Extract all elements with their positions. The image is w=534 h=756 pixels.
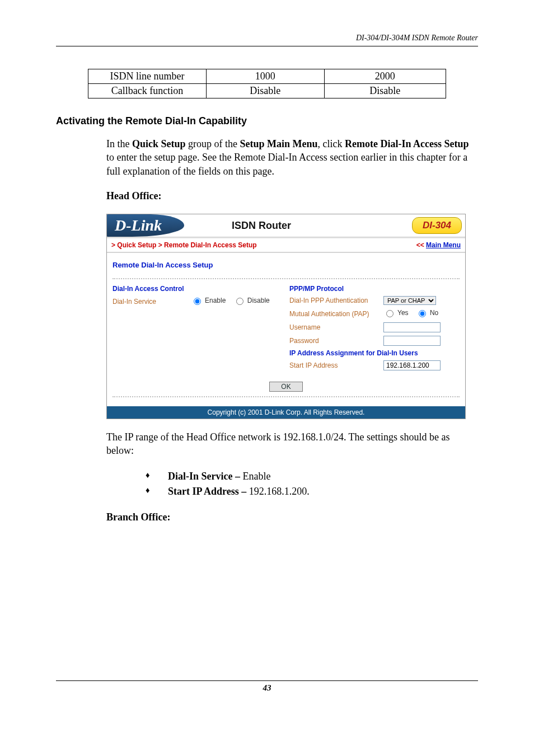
- page-footer: 43: [56, 680, 478, 693]
- radio-input[interactable]: [236, 298, 243, 305]
- model-badge: DI-304: [412, 217, 462, 234]
- radio-input[interactable]: [194, 298, 201, 305]
- radio-enable[interactable]: Enable: [191, 296, 226, 305]
- left-subtitle: Dial-In Access Control: [113, 285, 283, 293]
- table-row: ISDN line number 1000 2000: [88, 69, 446, 84]
- table-cell: ISDN line number: [88, 69, 207, 84]
- isdn-table: ISDN line number 1000 2000 Callback func…: [88, 69, 446, 98]
- text: , click: [318, 138, 345, 149]
- ok-button[interactable]: OK: [269, 382, 302, 392]
- auth-select[interactable]: PAP or CHAP: [383, 296, 436, 305]
- list-item: Dial-In Service – Enable: [146, 469, 472, 484]
- radio-input[interactable]: [419, 310, 426, 317]
- radio-input[interactable]: [386, 310, 394, 317]
- text-bold: Quick Setup: [132, 138, 186, 149]
- password-label: Password: [289, 337, 383, 345]
- username-field[interactable]: [383, 322, 441, 332]
- table-cell: 2000: [324, 69, 446, 84]
- divider: [113, 396, 460, 397]
- col-right: PPP/MP Protocol Dial-In PPP Authenticati…: [289, 285, 460, 374]
- text: group of the: [186, 138, 240, 149]
- footer-rule: [56, 680, 478, 681]
- page-number: 43: [56, 683, 478, 693]
- ip-title: IP Address Assignment for Dial-In Users: [289, 349, 460, 357]
- table-cell: Disable: [206, 84, 324, 98]
- table-cell: Disable: [324, 84, 446, 98]
- crumb-sep: >: [111, 241, 115, 249]
- main-menu-link[interactable]: Main Menu: [426, 241, 461, 249]
- router-title: ISDN Router: [204, 220, 412, 232]
- col-left: Dial-In Access Control Dial-In Service E…: [113, 285, 283, 374]
- radio-yes[interactable]: Yes: [383, 308, 409, 317]
- crumb-item: Quick Setup: [117, 241, 156, 249]
- text-bold: Remote Dial-In Access Setup: [345, 138, 469, 149]
- table-row: Callback function Disable Disable: [88, 84, 446, 98]
- page-header: DI-304/DI-304M ISDN Remote Router: [56, 34, 478, 43]
- router-footer: Copyright (c) 2001 D-Link Corp. All Righ…: [107, 406, 465, 419]
- text: In the: [106, 138, 132, 149]
- radio-label: No: [430, 309, 438, 317]
- radio-no[interactable]: No: [416, 308, 438, 317]
- router-section-title: Remote Dial-In Access Setup: [113, 261, 460, 269]
- start-ip-field[interactable]: [383, 360, 441, 370]
- router-ui: D-Link ISDN Router DI-304 > Quick Setup …: [106, 214, 466, 419]
- menu-arrow: <<: [416, 241, 424, 249]
- divider: [113, 278, 460, 279]
- intro-paragraph: In the Quick Setup group of the Setup Ma…: [106, 137, 472, 178]
- list-item: Start IP Address – 192.168.1.200.: [146, 484, 472, 499]
- section-heading: Activating the Remote Dial-In Capability: [56, 115, 478, 127]
- username-label: Username: [289, 323, 383, 331]
- breadcrumb: > Quick Setup > Remote Dial-In Access Se…: [107, 237, 465, 253]
- start-ip-label: Start IP Address: [289, 361, 383, 369]
- router-header: D-Link ISDN Router DI-304: [107, 214, 465, 237]
- text: 192.168.1.200.: [249, 486, 310, 497]
- logo-text: D-Link: [107, 214, 184, 237]
- header-rule: [56, 46, 478, 46]
- crumb-item: Remote Dial-In Access Setup: [164, 241, 257, 249]
- branch-office-label: Branch Office:: [106, 510, 472, 524]
- table-cell: 1000: [206, 69, 324, 84]
- text-bold: Setup Main Menu: [240, 138, 318, 149]
- text-bold: Dial-In Service –: [168, 471, 242, 482]
- text-bold: Start IP Address –: [168, 486, 249, 497]
- radio-label: Yes: [397, 309, 409, 317]
- head-office-label: Head Office:: [106, 189, 472, 203]
- text: to enter the setup page. See the Remote …: [106, 152, 467, 176]
- password-field[interactable]: [383, 336, 441, 346]
- right-subtitle: PPP/MP Protocol: [289, 285, 460, 293]
- document-page: DI-304/DI-304M ISDN Remote Router ISDN l…: [0, 0, 534, 715]
- auth-label: Dial-In PPP Authentication: [289, 297, 383, 304]
- dlink-logo: D-Link: [107, 214, 204, 237]
- crumb-sep: >: [158, 241, 162, 249]
- table-cell: Callback function: [88, 84, 207, 98]
- text: Enable: [242, 471, 270, 482]
- radio-label: Disable: [247, 297, 270, 304]
- router-body: Remote Dial-In Access Setup Dial-In Acce…: [107, 253, 465, 406]
- dial-in-service-label: Dial-In Service: [113, 298, 191, 306]
- ip-paragraph: The IP range of the Head Office network …: [106, 430, 472, 458]
- settings-list: Dial-In Service – Enable Start IP Addres…: [146, 469, 472, 499]
- radio-label: Enable: [205, 297, 226, 304]
- pap-label: Mutual Authetication (PAP): [289, 310, 383, 318]
- radio-disable[interactable]: Disable: [233, 296, 270, 305]
